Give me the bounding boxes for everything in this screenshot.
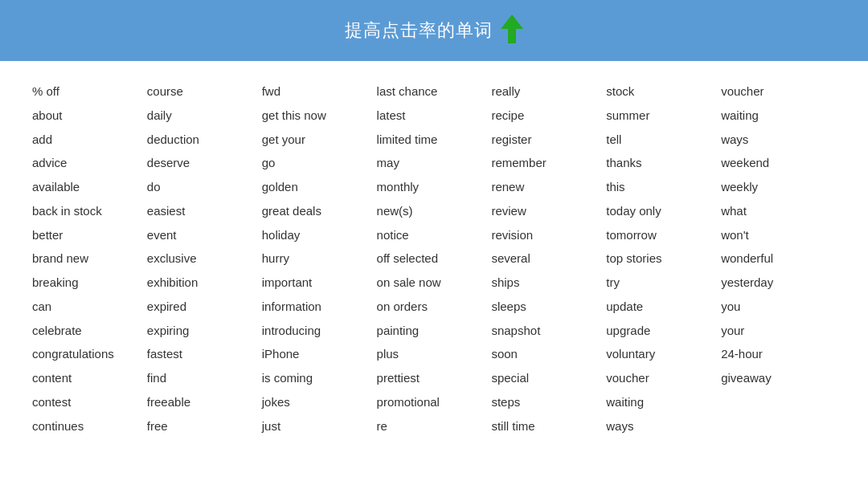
word-column-7: voucherwaitingwaysweekendweeklywhatwon't… xyxy=(721,80,836,437)
words-grid: % offaboutaddadviceavailableback in stoc… xyxy=(32,80,836,437)
word-item: voucher xyxy=(721,80,836,103)
word-item: expired xyxy=(147,295,262,318)
word-item: ships xyxy=(491,271,606,294)
word-item: weekly xyxy=(721,176,836,198)
header-title: 提高点击率的单词 xyxy=(345,18,493,43)
word-item: add xyxy=(32,128,147,151)
word-item: recipe xyxy=(491,104,606,127)
word-item: giveaway xyxy=(721,367,836,389)
word-item: prettiest xyxy=(377,367,492,389)
word-item: monthly xyxy=(377,176,492,198)
word-item: deduction xyxy=(147,128,262,151)
word-item: register xyxy=(491,128,606,151)
word-item: latest xyxy=(377,104,492,127)
word-column-5: reallyreciperegisterrememberrenewreviewr… xyxy=(491,80,606,437)
word-item: you xyxy=(721,295,836,318)
word-item: exhibition xyxy=(147,271,262,294)
word-item: re xyxy=(377,415,492,438)
word-item: your xyxy=(721,320,836,342)
word-item: is coming xyxy=(262,367,377,389)
word-item: revision xyxy=(491,224,606,247)
word-item: update xyxy=(606,295,721,318)
word-item: top stories xyxy=(606,247,721,270)
word-item: weekend xyxy=(721,152,836,174)
word-column-3: fwdget this nowget yourgogoldengreat dea… xyxy=(262,80,377,437)
word-item: really xyxy=(491,80,606,103)
word-item: information xyxy=(262,295,377,318)
word-item: stock xyxy=(606,80,721,103)
word-item: tomorrow xyxy=(606,224,721,247)
word-item: get your xyxy=(262,128,377,151)
word-item: important xyxy=(262,271,377,294)
word-item: available xyxy=(32,176,147,198)
word-item: congratulations xyxy=(32,343,147,365)
word-item: golden xyxy=(262,176,377,198)
word-item: just xyxy=(262,415,377,438)
word-item: painting xyxy=(377,320,492,342)
word-column-2: coursedailydeductiondeservedoeasiesteven… xyxy=(147,80,262,437)
word-item: fwd xyxy=(262,80,377,103)
word-item: limited time xyxy=(377,128,492,151)
word-item: on sale now xyxy=(377,271,492,294)
header-arrow-icon xyxy=(501,14,523,47)
word-item: celebrate xyxy=(32,320,147,342)
content-area: % offaboutaddadviceavailableback in stoc… xyxy=(0,61,868,453)
word-item: what xyxy=(721,200,836,222)
word-item: last chance xyxy=(377,80,492,103)
word-item: holiday xyxy=(262,224,377,247)
word-item: go xyxy=(262,152,377,174)
word-item: do xyxy=(147,176,262,198)
word-item: advice xyxy=(32,152,147,174)
word-item: jokes xyxy=(262,391,377,414)
word-item: breaking xyxy=(32,271,147,294)
word-item: tell xyxy=(606,128,721,151)
word-item: exclusive xyxy=(147,247,262,270)
word-item: continues xyxy=(32,415,147,438)
word-item: upgrade xyxy=(606,320,721,342)
word-item: free xyxy=(147,415,262,438)
word-item: wonderful xyxy=(721,247,836,270)
word-item: great deals xyxy=(262,200,377,222)
word-item: find xyxy=(147,367,262,389)
word-column-1: % offaboutaddadviceavailableback in stoc… xyxy=(32,80,147,437)
header: 提高点击率的单词 xyxy=(0,0,868,61)
word-item: today only xyxy=(606,200,721,222)
word-item: won't xyxy=(721,224,836,247)
word-item: sleeps xyxy=(491,295,606,318)
word-item: voluntary xyxy=(606,343,721,365)
word-item: off selected xyxy=(377,247,492,270)
word-item: contest xyxy=(32,391,147,414)
word-item: remember xyxy=(491,152,606,174)
word-item: soon xyxy=(491,343,606,365)
word-item: content xyxy=(32,367,147,389)
word-item: 24-hour xyxy=(721,343,836,365)
word-item: several xyxy=(491,247,606,270)
word-item: iPhone xyxy=(262,343,377,365)
word-item: ways xyxy=(606,415,721,438)
word-item: snapshot xyxy=(491,320,606,342)
word-item: review xyxy=(491,200,606,222)
word-item: course xyxy=(147,80,262,103)
word-item: waiting xyxy=(606,391,721,414)
word-item: thanks xyxy=(606,152,721,174)
word-item: daily xyxy=(147,104,262,127)
word-item: notice xyxy=(377,224,492,247)
word-item: steps xyxy=(491,391,606,414)
word-item: easiest xyxy=(147,200,262,222)
word-item: about xyxy=(32,104,147,127)
word-item: better xyxy=(32,224,147,247)
word-item: deserve xyxy=(147,152,262,174)
word-item: special xyxy=(491,367,606,389)
word-item: fastest xyxy=(147,343,262,365)
word-item: new(s) xyxy=(377,200,492,222)
word-item: promotional xyxy=(377,391,492,414)
word-item: get this now xyxy=(262,104,377,127)
word-item: freeable xyxy=(147,391,262,414)
word-item: may xyxy=(377,152,492,174)
word-item: back in stock xyxy=(32,200,147,222)
word-item: still time xyxy=(491,415,606,438)
word-item: waiting xyxy=(721,104,836,127)
svg-marker-0 xyxy=(501,14,523,43)
word-item: can xyxy=(32,295,147,318)
word-item: voucher xyxy=(606,367,721,389)
